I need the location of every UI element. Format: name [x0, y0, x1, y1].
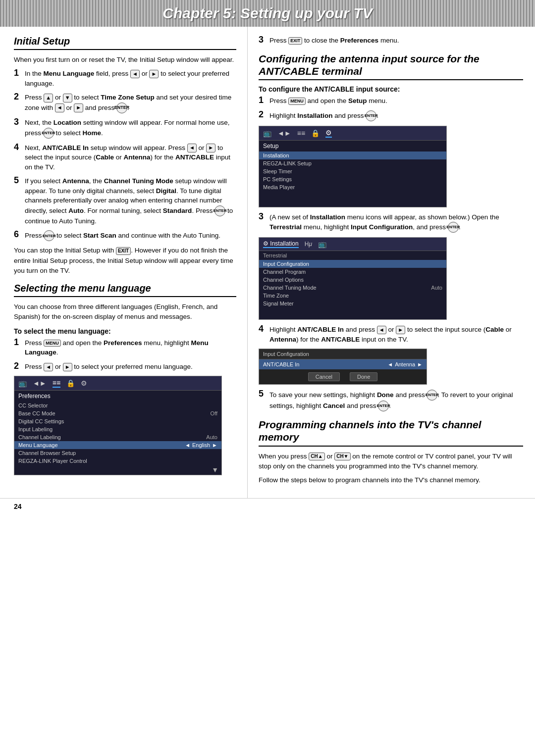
cancel-button[interactable]: Cancel: [308, 372, 340, 381]
antenna-config-heading: Configuring the antenna input source for…: [259, 52, 523, 80]
chapter-header: Chapter 5: Setting up your TV: [0, 0, 535, 27]
menu-language-sub: To select the menu language:: [14, 327, 236, 335]
menu-row-cc-selector: CC Selector: [14, 402, 221, 409]
menu-row-ch-label: Channel LabelingAuto: [14, 433, 221, 441]
initial-setup-closing: You can stop the Initial Setup with EXIT…: [14, 246, 236, 276]
step-5-antenna: 5 To save your new settings, highlight D…: [259, 390, 523, 411]
step-3-initial: 3 Next, the Location setting window will…: [14, 118, 236, 139]
arrows-icon: ◄►: [33, 379, 47, 387]
menu-row-ch-tuning: Channel Tuning ModeAuto: [259, 284, 446, 292]
preferences-menu-title: Preferences: [14, 391, 221, 402]
menu-row-pc: PC Settings: [259, 175, 446, 183]
menu-row-regza-setup: REGZA-LINK Setup: [259, 159, 446, 167]
gear-icon-2: ⚙: [325, 129, 332, 138]
scroll-indicator: ▼: [212, 466, 218, 474]
step-2-initial: 2 Press ▲ or ▼ to select Time Zone Setup…: [14, 93, 236, 113]
menu-row-ch-browser: Channel Browser Setup: [14, 449, 221, 457]
step-3-prefs: 3 Press EXIT to close the Preferences me…: [259, 36, 523, 46]
step-4-antenna: 4 Highlight ANT/CABLE In and press ◄ or …: [259, 325, 523, 344]
menu-row-ch-options: Channel Options: [259, 276, 446, 284]
initial-setup-heading: Initial Setup: [14, 36, 236, 50]
menu-row-input-label: Input Labeling: [14, 425, 221, 433]
menu-language-intro: You can choose from three different lang…: [14, 302, 236, 322]
arrows-icon-2: ◄►: [277, 129, 291, 137]
screen-icon: 📺: [318, 240, 326, 248]
step-1-lang: 1 Press MENU and open the Preferences me…: [14, 338, 236, 357]
tv-icon: 📺: [18, 379, 27, 387]
setup-menu-mockup: 📺 ◄► ≡≡ 🔒 ⚙ Setup Installation REGZA-LIN…: [259, 126, 447, 207]
done-button[interactable]: Done: [350, 372, 377, 381]
input-config-menu-mockup: Input Configuration ANT/CABLE In ◄ Anten…: [259, 349, 427, 385]
install-menu-topbar: ⚙ Installation Hμ 📺: [259, 238, 446, 251]
menu-row-time-zone: Time Zone: [259, 292, 446, 300]
step-3-antenna: 3 (A new set of Installation menu icons …: [259, 212, 523, 233]
installation-menu-mockup: ⚙ Installation Hμ 📺 Terrestrial Input Co…: [259, 237, 447, 320]
menu-row-ant-cable: ANT/CABLE In ◄ Antenna ►: [259, 359, 427, 369]
menu-row-menu-lang: Menu Language ◄ English ►: [14, 441, 221, 449]
antenna-config-sub: To configure the ANT/CABLE input source:: [259, 85, 523, 93]
step-1-initial: 1 In the Menu Language field, press ◄ or…: [14, 69, 236, 88]
right-column: 3 Press EXIT to close the Preferences me…: [248, 27, 535, 498]
gear-icon: ⚙: [81, 379, 87, 387]
lock-icon: 🔒: [66, 379, 75, 387]
setup-menu-topbar: 📺 ◄► ≡≡ 🔒 ⚙: [259, 126, 446, 141]
menu-row-regza-link: REGZA-LINK Player Control: [14, 457, 221, 465]
menu-row-digital-cc: Digital CC Settings: [14, 417, 221, 425]
hmu-icon: Hμ: [305, 241, 312, 248]
programming-closing: Follow the steps below to program channe…: [259, 475, 523, 485]
step-1-antenna: 1 Press MENU and open the Setup menu.: [259, 96, 523, 106]
gear-icon-3: ⚙ Installation: [263, 240, 299, 248]
initial-setup-intro: When you first turn on or reset the TV, …: [14, 55, 236, 65]
step-2-antenna: 2 Highlight Installation and press ENTER…: [259, 110, 523, 121]
list-icon-2: ≡≡: [297, 129, 305, 137]
preferences-menu-mockup: 📺 ◄► ≡≡ 🔒 ⚙ Preferences CC Selector Base…: [14, 376, 222, 475]
menu-row-terrestrial-label: Terrestrial: [259, 251, 446, 260]
page-number: 24: [0, 498, 535, 514]
tv-icon-2: 📺: [263, 129, 271, 137]
menu-row-media: Media Player: [259, 183, 446, 191]
setup-menu-title: Setup: [259, 141, 446, 151]
left-column: Initial Setup When you first turn on or …: [0, 27, 248, 498]
list-icon: ≡≡: [53, 379, 60, 388]
menu-row-input-config: Input Configuration: [259, 260, 446, 268]
menu-topbar: 📺 ◄► ≡≡ 🔒 ⚙: [14, 376, 221, 391]
programming-intro: When you press CH▲ or CH▼ on the remote …: [259, 452, 523, 472]
menu-row-installation: Installation: [259, 151, 446, 159]
lock-icon-2: 🔒: [311, 129, 320, 137]
chapter-title: Chapter 5: Setting up your TV: [10, 5, 525, 22]
programming-heading: Programming channels into the TV's chann…: [259, 418, 523, 446]
menu-language-heading: Selecting the menu language: [14, 283, 236, 297]
menu-row-ch-program: Channel Program: [259, 268, 446, 276]
menu-row-base-cc: Base CC ModeOff: [14, 409, 221, 417]
step-6-initial: 6 Press ENTER to select Start Scan and c…: [14, 230, 236, 241]
step-4-initial: 4 Next, ANT/CABLE In setup window will a…: [14, 143, 236, 172]
content-area: Initial Setup When you first turn on or …: [0, 27, 535, 498]
menu-row-signal: Signal Meter: [259, 300, 446, 307]
step-5-initial: 5 If you select Antenna, the Channel Tun…: [14, 176, 236, 226]
step-2-lang: 2 Press ◄ or ► to select your preferred …: [14, 362, 236, 372]
menu-row-sleep: Sleep Timer: [259, 167, 446, 175]
